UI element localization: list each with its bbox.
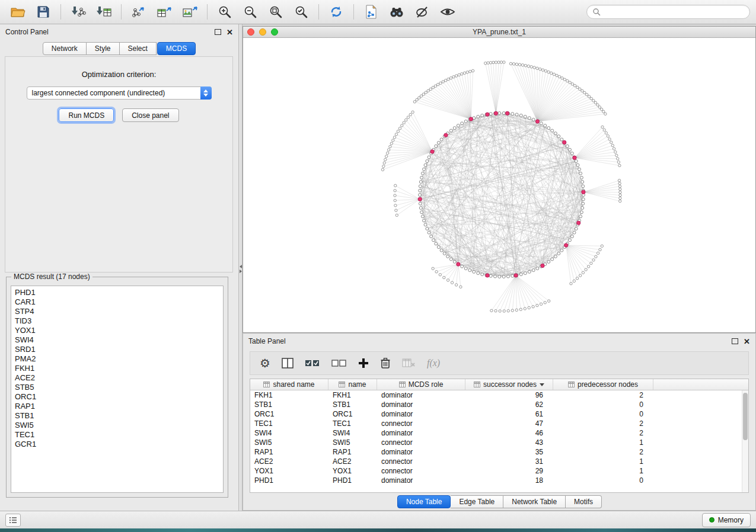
tab-style[interactable]: Style [87, 42, 120, 55]
network-node[interactable] [560, 249, 563, 252]
network-leaf-node[interactable] [614, 150, 617, 153]
network-node[interactable] [419, 207, 422, 210]
run-mcds-button[interactable]: Run MCDS [59, 108, 114, 122]
network-node[interactable] [421, 215, 424, 218]
network-leaf-node[interactable] [563, 78, 566, 81]
network-node[interactable] [511, 113, 514, 116]
network-leaf-node[interactable] [604, 113, 607, 115]
network-node[interactable] [461, 265, 464, 268]
network-node[interactable] [575, 227, 578, 230]
network-node[interactable] [498, 275, 501, 278]
network-leaf-node[interactable] [434, 85, 436, 87]
network-node[interactable] [430, 235, 433, 238]
table-row[interactable]: ACE2ACE2connector311 [250, 457, 748, 466]
network-leaf-node[interactable] [511, 309, 513, 312]
network-canvas[interactable] [243, 37, 755, 332]
float-table-panel-icon[interactable] [732, 338, 738, 344]
network-leaf-node[interactable] [576, 86, 579, 88]
float-panel-icon[interactable] [215, 29, 221, 35]
network-leaf-node[interactable] [418, 97, 420, 99]
network-node[interactable] [540, 122, 543, 125]
network-dominator-node[interactable] [514, 274, 518, 277]
network-leaf-node[interactable] [387, 149, 390, 151]
tab-edge-table[interactable]: Edge Table [451, 495, 503, 508]
table-row[interactable]: PHD1PHD1dominator180 [250, 476, 748, 485]
zoom-fit-button[interactable] [264, 2, 288, 21]
network-node[interactable] [437, 246, 440, 249]
network-leaf-node[interactable] [610, 141, 613, 143]
network-leaf-node[interactable] [495, 310, 497, 312]
network-leaf-node[interactable] [455, 75, 457, 77]
network-dominator-node[interactable] [535, 120, 539, 123]
mcds-result-item[interactable]: PMA2 [15, 354, 223, 364]
network-node[interactable] [477, 272, 480, 275]
network-leaf-node[interactable] [386, 152, 388, 154]
network-node[interactable] [515, 113, 518, 116]
table-row[interactable]: STB1STB1dominator620 [250, 400, 748, 409]
network-dominator-node[interactable] [494, 111, 497, 115]
network-leaf-node[interactable] [489, 62, 492, 64]
create-column-plus-icon[interactable] [358, 358, 369, 368]
network-dominator-node[interactable] [486, 113, 489, 116]
network-leaf-node[interactable] [573, 84, 576, 86]
network-node[interactable] [423, 219, 426, 222]
network-leaf-node[interactable] [618, 182, 621, 184]
column-header-name[interactable]: name [328, 379, 377, 390]
network-node[interactable] [443, 252, 446, 255]
search-box[interactable] [586, 5, 750, 19]
network-leaf-node[interactable] [395, 133, 397, 136]
mcds-result-item[interactable]: CAR1 [15, 297, 223, 307]
network-leaf-node[interactable] [409, 113, 412, 116]
network-node[interactable] [573, 231, 576, 234]
network-leaf-node[interactable] [553, 73, 555, 75]
network-leaf-node[interactable] [466, 71, 468, 73]
network-node[interactable] [432, 239, 435, 242]
network-node[interactable] [511, 274, 514, 277]
network-leaf-node[interactable] [452, 76, 455, 78]
mcds-result-item[interactable]: RAP1 [15, 402, 223, 411]
network-node[interactable] [426, 160, 429, 163]
network-node[interactable] [453, 127, 456, 130]
network-leaf-node[interactable] [618, 164, 621, 166]
network-leaf-node[interactable] [432, 86, 434, 89]
network-leaf-node[interactable] [548, 300, 550, 302]
import-table-button[interactable] [92, 2, 116, 21]
network-leaf-node[interactable] [536, 67, 538, 69]
network-dominator-node[interactable] [582, 190, 585, 194]
network-leaf-node[interactable] [394, 194, 396, 197]
mcds-result-item[interactable]: STB1 [15, 411, 223, 421]
mcds-result-item[interactable]: SWI4 [15, 335, 223, 345]
mcds-result-item[interactable]: ACE2 [15, 373, 223, 383]
network-node[interactable] [426, 227, 429, 230]
network-leaf-node[interactable] [619, 197, 621, 199]
network-leaf-node[interactable] [401, 124, 403, 127]
network-leaf-node[interactable] [582, 271, 584, 274]
network-node[interactable] [477, 115, 480, 118]
network-leaf-node[interactable] [533, 66, 535, 69]
network-dominator-node[interactable] [573, 156, 576, 159]
network-leaf-node[interactable] [532, 306, 534, 308]
network-leaf-node[interactable] [592, 100, 595, 102]
table-row[interactable]: YOX1YOX1connector291 [250, 466, 748, 476]
network-leaf-node[interactable] [603, 129, 605, 131]
network-node[interactable] [498, 112, 501, 115]
network-leaf-node[interactable] [503, 61, 505, 63]
network-leaf-node[interactable] [556, 74, 558, 76]
network-node[interactable] [582, 185, 585, 188]
network-leaf-node[interactable] [570, 283, 572, 285]
network-node[interactable] [536, 267, 539, 270]
network-leaf-node[interactable] [490, 309, 493, 312]
network-node[interactable] [419, 185, 422, 188]
network-node[interactable] [435, 145, 438, 148]
network-leaf-node[interactable] [427, 89, 429, 92]
network-leaf-node[interactable] [512, 63, 515, 65]
network-leaf-node[interactable] [420, 95, 422, 97]
search-input[interactable] [604, 7, 744, 17]
network-dominator-node[interactable] [418, 197, 422, 201]
network-leaf-node[interactable] [503, 310, 505, 312]
network-node[interactable] [457, 124, 460, 127]
network-leaf-node[interactable] [403, 121, 405, 124]
network-leaf-node[interactable] [444, 79, 446, 82]
network-dominator-node[interactable] [469, 117, 473, 121]
mcds-result-item[interactable]: TID3 [15, 316, 223, 326]
